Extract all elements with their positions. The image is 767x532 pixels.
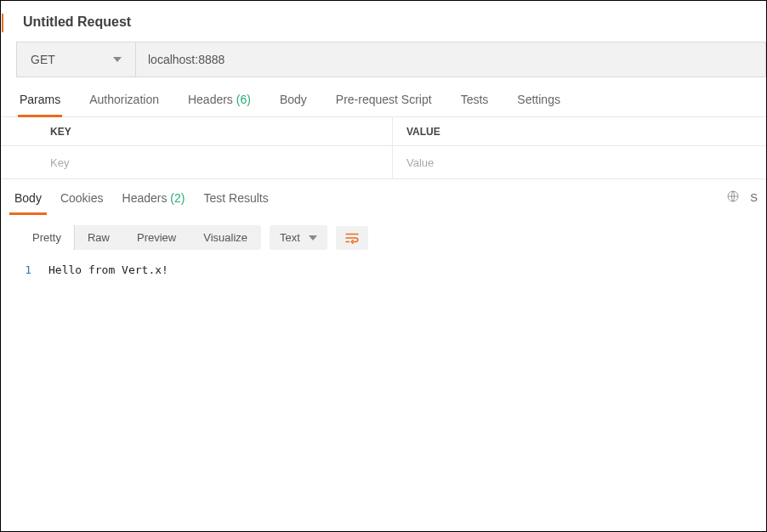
- params-key-header: KEY: [1, 126, 392, 138]
- request-line: GET: [16, 42, 766, 77]
- line-number: 1: [1, 263, 48, 276]
- view-raw-button[interactable]: Raw: [74, 225, 123, 250]
- code-text: Hello from Vert.x!: [48, 263, 168, 276]
- http-method-select[interactable]: GET: [17, 42, 136, 76]
- format-select[interactable]: Text: [270, 225, 327, 250]
- response-tab-body[interactable]: Body: [13, 188, 43, 213]
- tab-headers-count: (6): [236, 93, 251, 106]
- response-status-partial: S: [750, 191, 758, 204]
- response-meta: S: [726, 190, 758, 206]
- param-value-input[interactable]: [406, 156, 766, 169]
- tab-params[interactable]: Params: [20, 93, 60, 116]
- http-method-value: GET: [31, 53, 55, 66]
- format-value: Text: [280, 231, 300, 244]
- response-tab-test-results[interactable]: Test Results: [202, 188, 270, 213]
- params-table: KEY VALUE: [1, 116, 766, 179]
- wrap-icon: [344, 231, 360, 245]
- view-preview-button[interactable]: Preview: [123, 225, 190, 250]
- globe-icon[interactable]: [726, 190, 740, 206]
- code-line: 1 Hello from Vert.x!: [1, 263, 766, 276]
- param-key-input[interactable]: [50, 156, 392, 169]
- params-table-header: KEY VALUE: [1, 117, 766, 146]
- tab-tests[interactable]: Tests: [461, 93, 489, 116]
- response-tabs: Body Cookies Headers (2) Test Results S: [1, 179, 766, 213]
- tab-headers[interactable]: Headers (6): [188, 93, 251, 116]
- response-tab-cookies[interactable]: Cookies: [59, 188, 105, 213]
- url-input[interactable]: [136, 42, 765, 76]
- tab-headers-label: Headers: [188, 93, 233, 106]
- params-value-header: VALUE: [392, 117, 766, 145]
- response-body-editor[interactable]: 1 Hello from Vert.x!: [1, 258, 766, 276]
- response-tab-headers-count: (2): [170, 191, 185, 205]
- tab-authorization[interactable]: Authorization: [89, 93, 159, 116]
- tab-body[interactable]: Body: [280, 93, 307, 116]
- wrap-lines-button[interactable]: [336, 226, 368, 250]
- chevron-down-icon: [113, 57, 122, 62]
- response-tab-headers-label: Headers: [122, 191, 168, 205]
- request-tabs: Params Authorization Headers (6) Body Pr…: [1, 77, 766, 116]
- view-visualize-button[interactable]: Visualize: [190, 225, 261, 250]
- params-row: [1, 146, 766, 178]
- tab-active-indicator: [2, 14, 3, 32]
- response-tab-headers[interactable]: Headers (2): [121, 188, 187, 213]
- tab-settings[interactable]: Settings: [517, 93, 560, 116]
- request-title: Untitled Request: [1, 1, 766, 42]
- view-mode-group: Pretty Raw Preview Visualize: [20, 225, 261, 250]
- response-view-toolbar: Pretty Raw Preview Visualize Text: [1, 213, 766, 258]
- view-pretty-button[interactable]: Pretty: [20, 225, 75, 250]
- chevron-down-icon: [309, 235, 317, 241]
- tab-prerequest[interactable]: Pre-request Script: [336, 93, 432, 116]
